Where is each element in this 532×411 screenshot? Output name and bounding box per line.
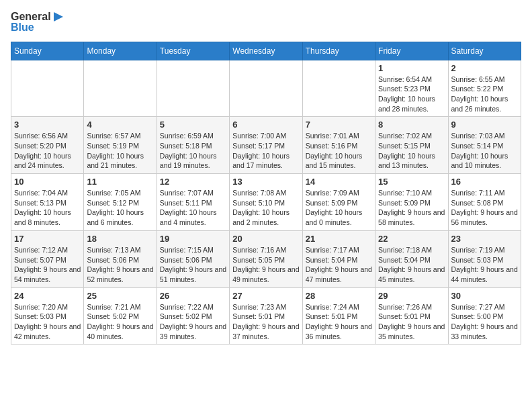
calendar-cell: 18Sunrise: 7:13 AMSunset: 5:06 PMDayligh… [84,230,157,287]
day-number: 21 [306,234,372,244]
day-info: Sunrise: 7:02 AMSunset: 5:15 PMDaylight:… [378,131,445,171]
calendar-cell: 22Sunrise: 7:18 AMSunset: 5:04 PMDayligh… [375,230,448,287]
calendar-cell [157,60,229,117]
day-info: Sunrise: 7:20 AMSunset: 5:03 PMDaylight:… [14,302,81,342]
calendar-cell: 10Sunrise: 7:04 AMSunset: 5:13 PMDayligh… [11,174,84,231]
day-info: Sunrise: 7:12 AMSunset: 5:07 PMDaylight:… [14,245,81,285]
day-number: 12 [160,177,226,187]
weekday-header-monday: Monday [84,42,157,60]
day-number: 9 [451,120,518,130]
calendar-cell: 3Sunrise: 6:56 AMSunset: 5:20 PMDaylight… [11,117,84,174]
day-number: 8 [378,120,445,130]
day-number: 25 [87,291,153,301]
calendar-cell [230,60,302,117]
calendar-week-1: 1Sunrise: 6:54 AMSunset: 5:23 PMDaylight… [11,60,521,117]
day-info: Sunrise: 6:55 AMSunset: 5:22 PMDaylight:… [451,75,518,114]
calendar-cell: 23Sunrise: 7:19 AMSunset: 5:03 PMDayligh… [448,230,521,287]
day-number: 24 [14,291,81,301]
day-number: 17 [14,234,81,244]
calendar-cell: 30Sunrise: 7:27 AMSunset: 5:00 PMDayligh… [448,287,521,345]
calendar-week-5: 24Sunrise: 7:20 AMSunset: 5:03 PMDayligh… [11,287,521,345]
calendar-cell: 14Sunrise: 7:09 AMSunset: 5:09 PMDayligh… [302,174,375,231]
day-info: Sunrise: 6:59 AMSunset: 5:18 PMDaylight:… [160,131,226,171]
day-number: 13 [232,177,299,187]
calendar-cell: 19Sunrise: 7:15 AMSunset: 5:06 PMDayligh… [157,230,229,287]
calendar-cell: 27Sunrise: 7:23 AMSunset: 5:01 PMDayligh… [230,287,302,345]
day-info: Sunrise: 7:18 AMSunset: 5:04 PMDaylight:… [378,245,445,285]
day-number: 22 [378,234,445,244]
calendar-cell: 29Sunrise: 7:26 AMSunset: 5:01 PMDayligh… [375,287,448,345]
day-info: Sunrise: 7:23 AMSunset: 5:01 PMDaylight:… [232,302,299,342]
day-info: Sunrise: 7:26 AMSunset: 5:01 PMDaylight:… [378,302,445,342]
day-info: Sunrise: 6:57 AMSunset: 5:19 PMDaylight:… [87,131,153,171]
day-info: Sunrise: 7:09 AMSunset: 5:09 PMDaylight:… [306,188,372,228]
calendar-cell: 15Sunrise: 7:10 AMSunset: 5:09 PMDayligh… [375,174,448,231]
weekday-header-tuesday: Tuesday [157,42,229,60]
day-number: 26 [160,291,226,301]
day-info: Sunrise: 7:19 AMSunset: 5:03 PMDaylight:… [451,245,518,285]
calendar-header-row: SundayMondayTuesdayWednesdayThursdayFrid… [11,42,521,60]
page-header: General Blue [11,11,521,34]
day-number: 14 [306,177,372,187]
calendar-cell: 12Sunrise: 7:07 AMSunset: 5:11 PMDayligh… [157,174,229,231]
day-info: Sunrise: 7:05 AMSunset: 5:12 PMDaylight:… [87,188,153,228]
day-number: 28 [306,291,372,301]
calendar-cell: 26Sunrise: 7:22 AMSunset: 5:02 PMDayligh… [157,287,229,345]
day-info: Sunrise: 6:56 AMSunset: 5:20 PMDaylight:… [14,131,81,171]
day-number: 5 [160,120,226,130]
day-info: Sunrise: 7:21 AMSunset: 5:02 PMDaylight:… [87,302,153,342]
calendar-week-2: 3Sunrise: 6:56 AMSunset: 5:20 PMDaylight… [11,117,521,174]
calendar-cell [11,60,84,117]
calendar-cell: 5Sunrise: 6:59 AMSunset: 5:18 PMDaylight… [157,117,229,174]
calendar-table: SundayMondayTuesdayWednesdayThursdayFrid… [11,42,521,345]
day-info: Sunrise: 7:04 AMSunset: 5:13 PMDaylight:… [14,188,81,228]
day-info: Sunrise: 7:03 AMSunset: 5:14 PMDaylight:… [451,131,518,171]
day-info: Sunrise: 7:01 AMSunset: 5:16 PMDaylight:… [306,131,372,171]
calendar-cell [84,60,157,117]
day-number: 16 [451,177,518,187]
calendar-cell: 16Sunrise: 7:11 AMSunset: 5:08 PMDayligh… [448,174,521,231]
calendar-cell: 17Sunrise: 7:12 AMSunset: 5:07 PMDayligh… [11,230,84,287]
day-info: Sunrise: 7:27 AMSunset: 5:00 PMDaylight:… [451,302,518,342]
calendar-cell: 13Sunrise: 7:08 AMSunset: 5:10 PMDayligh… [230,174,302,231]
svg-marker-0 [54,12,63,21]
calendar-cell: 6Sunrise: 7:00 AMSunset: 5:17 PMDaylight… [230,117,302,174]
weekday-header-friday: Friday [375,42,448,60]
day-info: Sunrise: 7:10 AMSunset: 5:09 PMDaylight:… [378,188,445,228]
calendar-cell: 20Sunrise: 7:16 AMSunset: 5:05 PMDayligh… [230,230,302,287]
weekday-header-sunday: Sunday [11,42,84,60]
weekday-header-saturday: Saturday [448,42,521,60]
day-info: Sunrise: 7:24 AMSunset: 5:01 PMDaylight:… [306,302,372,342]
logo: General Blue [11,11,66,34]
day-number: 3 [14,120,81,130]
day-number: 29 [378,291,445,301]
day-number: 6 [232,120,299,130]
logo-blue-text: Blue [11,21,66,34]
calendar-cell: 7Sunrise: 7:01 AMSunset: 5:16 PMDaylight… [302,117,375,174]
day-number: 20 [232,234,299,244]
calendar-cell: 11Sunrise: 7:05 AMSunset: 5:12 PMDayligh… [84,174,157,231]
day-number: 18 [87,234,153,244]
calendar-cell: 8Sunrise: 7:02 AMSunset: 5:15 PMDaylight… [375,117,448,174]
calendar-cell: 25Sunrise: 7:21 AMSunset: 5:02 PMDayligh… [84,287,157,345]
day-info: Sunrise: 7:15 AMSunset: 5:06 PMDaylight:… [160,245,226,285]
calendar-week-4: 17Sunrise: 7:12 AMSunset: 5:07 PMDayligh… [11,230,521,287]
day-info: Sunrise: 7:16 AMSunset: 5:05 PMDaylight:… [232,245,299,285]
day-number: 2 [451,63,518,73]
day-info: Sunrise: 7:08 AMSunset: 5:10 PMDaylight:… [232,188,299,228]
calendar-week-3: 10Sunrise: 7:04 AMSunset: 5:13 PMDayligh… [11,174,521,231]
day-info: Sunrise: 7:11 AMSunset: 5:08 PMDaylight:… [451,188,518,228]
day-number: 27 [232,291,299,301]
day-number: 15 [378,177,445,187]
calendar-cell: 28Sunrise: 7:24 AMSunset: 5:01 PMDayligh… [302,287,375,345]
calendar-cell: 2Sunrise: 6:55 AMSunset: 5:22 PMDaylight… [448,60,521,117]
day-number: 23 [451,234,518,244]
weekday-header-thursday: Thursday [302,42,375,60]
weekday-header-wednesday: Wednesday [230,42,302,60]
calendar-cell [302,60,375,117]
day-info: Sunrise: 7:07 AMSunset: 5:11 PMDaylight:… [160,188,226,228]
day-info: Sunrise: 7:22 AMSunset: 5:02 PMDaylight:… [160,302,226,342]
calendar-cell: 1Sunrise: 6:54 AMSunset: 5:23 PMDaylight… [375,60,448,117]
calendar-cell: 9Sunrise: 7:03 AMSunset: 5:14 PMDaylight… [448,117,521,174]
day-number: 11 [87,177,153,187]
